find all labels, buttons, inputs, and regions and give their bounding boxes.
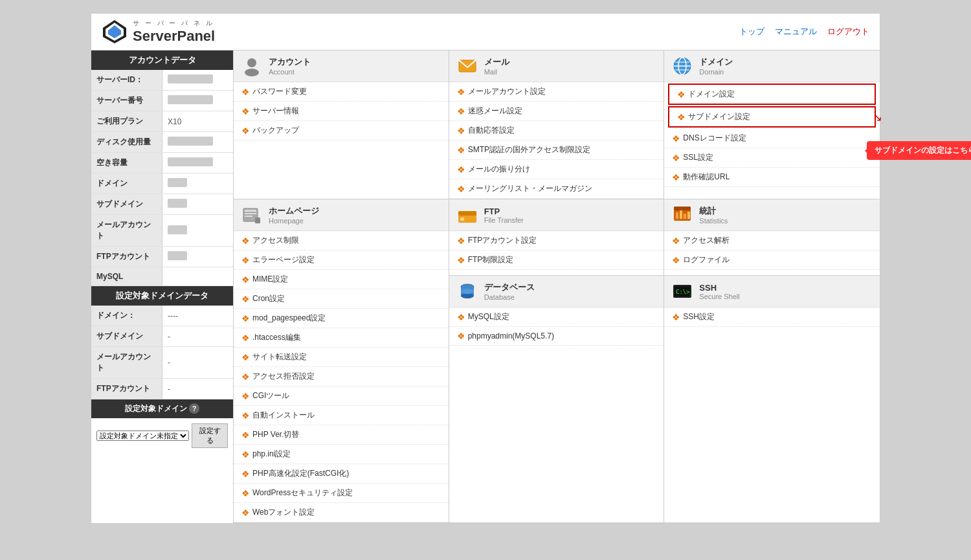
manual-link[interactable]: マニュアル [775,26,817,38]
domain-header: ドメイン Domain [664,50,880,82]
svg-rect-18 [460,218,464,221]
account-data-title: アカウントデータ [91,50,233,70]
menu-wordpress-security[interactable]: ❖WordPressセキュリティ設定 [234,484,449,503]
arrow-icon: ❖ [241,469,250,479]
menu-log-file[interactable]: ❖ログファイル [664,251,880,270]
menu-ssl[interactable]: ❖ SSL設定 [664,148,880,168]
subdomain-count [168,199,187,208]
domain-section: ドメイン Domain ❖ ドメイン設定 ❖ [664,50,880,199]
svg-point-22 [461,289,474,294]
svg-rect-24 [674,207,691,210]
menu-pagespeed[interactable]: ❖mod_pagespeed設定 [234,309,449,328]
menu-spam[interactable]: ❖ 迷惑メール設定 [449,102,664,121]
arrow-icon: ❖ [457,126,465,136]
menu-smtp-restrict[interactable]: ❖ SMTP認証の国外アクセス制限設定 [449,140,664,160]
menu-cron[interactable]: ❖Cron設定 [234,289,449,309]
sidebar-row-mailaccount: メールアカウント [91,215,233,247]
ftp-section: FTP File Transfer ❖FTPアカウント設定 ❖FTP制限設定 [449,199,665,522]
ftp-icon [457,205,478,225]
svg-rect-17 [458,211,476,216]
logo-icon [102,19,128,45]
menu-backup[interactable]: ❖ バックアップ [234,121,449,140]
arrow-icon: ❖ [677,89,686,100]
menu-access-analysis[interactable]: ❖アクセス解析 [664,231,880,251]
svg-point-3 [247,58,256,67]
menu-mailing-list[interactable]: ❖ メーリングリスト・メールマガジン [449,179,664,199]
arrow-icon: ❖ [457,145,465,155]
svg-rect-14 [245,216,252,217]
sidebar-label-serverid: サーバーID： [91,70,162,90]
menu-cgi[interactable]: ❖CGIツール [234,386,449,406]
menu-serverinfo[interactable]: ❖ サーバー情報 [234,102,449,121]
menu-access-deny[interactable]: ❖アクセス拒否設定 [234,367,449,386]
arrow-icon: ❖ [241,87,250,97]
sidebar-label-disk: ディスク使用量 [91,132,162,152]
target-subdomain-value: - [162,328,233,346]
arrow-icon: ❖ [677,112,686,122]
body-layout: アカウントデータ サーバーID： サーバー番号 ご利用プラン X10 ディスク使… [91,50,880,523]
menu-auto-install[interactable]: ❖自動インストール [234,406,449,425]
menu-php-version[interactable]: ❖PHP Ver.切替 [234,425,449,445]
sidebar-row-target-domain: ドメイン： ---- [91,306,233,326]
menu-dns[interactable]: ❖ DNSレコード設定 [664,129,880,148]
menu-ftp-restrict[interactable]: ❖FTP制限設定 [449,251,664,270]
arrow-icon: ❖ [241,274,250,285]
domain-data-title: 設定対象ドメインデータ [91,286,233,306]
statistics-header: 統計 Statistics [664,199,880,231]
menu-mail-filter[interactable]: ❖ メールの振り分け [449,160,664,179]
header-nav: トップ マニュアル ログアウト [739,26,869,38]
arrow-icon: ❖ [672,312,680,322]
top-link[interactable]: トップ [739,26,765,38]
database-section-ja: データベース [484,282,535,293]
sidebar-row-mysql: MySQL [91,267,233,286]
menu-mysql-setting[interactable]: ❖MySQL設定 [449,308,664,327]
svg-text:C:\>_: C:\>_ [676,289,693,295]
svg-rect-28 [687,212,690,219]
target-domain-title: 設定対象ドメイン ? [91,399,233,418]
menu-mime[interactable]: ❖MIME設定 [234,270,449,289]
logout-link[interactable]: ログアウト [827,26,869,38]
arrow-icon: ❖ [672,255,680,265]
sidebar-row-serverid: サーバーID： [91,70,233,91]
menu-error-page[interactable]: ❖エラーページ設定 [234,251,449,270]
menu-autoreply[interactable]: ❖ 自動応答設定 [449,121,664,140]
arrow-icon: ❖ [457,236,465,246]
arrow-icon: ❖ [672,172,680,183]
target-domain-select[interactable]: 設定対象ドメイン未指定 [96,431,189,441]
menu-mail-account[interactable]: ❖ メールアカウント設定 [449,82,664,102]
menu-phpini[interactable]: ❖php.ini設定 [234,445,449,464]
menu-domain-setting[interactable]: ❖ ドメイン設定 [669,85,875,104]
sidebar-label-ftpaccount: FTPアカウント [91,247,162,267]
set-domain-button[interactable]: 設定する [192,423,228,448]
plan-value: X10 [162,113,233,131]
arrow-icon: ❖ [241,236,250,246]
menu-operation-url[interactable]: ❖ 動作確認URL [664,168,880,187]
menu-redirect[interactable]: ❖サイト転送設定 [234,348,449,367]
menu-password[interactable]: ❖ パスワード変更 [234,82,449,102]
menu-ftp-account[interactable]: ❖FTPアカウント設定 [449,231,664,251]
sidebar-row-plan: ご利用プラン X10 [91,111,233,132]
account-header: アカウント Account [234,50,449,82]
menu-access-restrict[interactable]: ❖アクセス制限 [234,231,449,251]
target-domain-selector: 設定対象ドメイン未指定 設定する [91,418,233,453]
menu-htaccess[interactable]: ❖.htaccess編集 [234,328,449,348]
subdomain-tooltip: サブドメインの設定はこちら [867,141,971,160]
domain-section-en: Domain [699,68,733,76]
menu-subdomain-setting[interactable]: ❖ サブドメイン設定 [669,107,875,126]
mail-section-ja: メール [484,56,509,68]
menu-webfont[interactable]: ❖Webフォント設定 [234,503,449,522]
ssh-section: C:\>_ SSH Secure Shell ❖SSH設定 [664,275,880,327]
sidebar-label-domain: ドメイン [91,174,162,194]
homepage-icon [241,205,262,225]
domain-count [168,178,187,187]
database-icon [457,281,478,302]
ftp-section-ja: FTP [484,207,524,216]
menu-ssh-setting[interactable]: ❖SSH設定 [664,308,880,327]
menu-phpmyadmin[interactable]: ❖phpmyadmin(MySQL5.7) [449,327,664,346]
ftp-section-en: File Transfer [484,216,524,224]
database-section-en: Database [484,293,535,301]
arrow-icon: ❖ [457,184,465,194]
statistics-icon [672,205,693,225]
menu-php-fastcgi[interactable]: ❖PHP高速化設定(FastCGI化) [234,464,449,484]
disk-value [168,137,213,146]
